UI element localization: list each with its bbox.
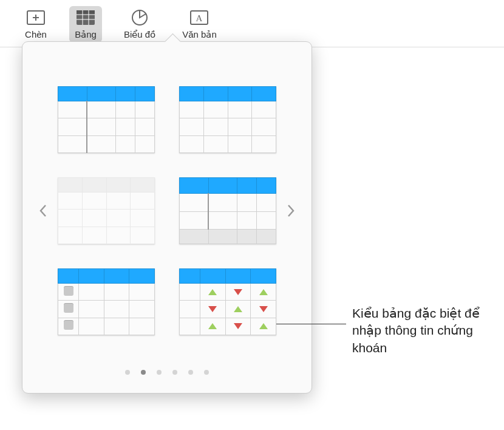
triangle-down-icon (234, 323, 242, 329)
table-style-3[interactable] (58, 177, 155, 244)
chart-icon (128, 9, 151, 27)
toolbar-insert[interactable]: Chèn (19, 6, 52, 42)
toolbar-text-label: Văn bản (182, 29, 217, 40)
callout-text: Kiểu bảng đặc biệt để nhập thông tin chứ… (352, 305, 498, 357)
toolbar-table-label: Bảng (75, 29, 97, 40)
page-dots (35, 355, 299, 375)
page-dot-1[interactable] (125, 370, 130, 375)
table-style-grid (52, 86, 282, 335)
triangle-up-icon (259, 323, 268, 329)
triangle-up-icon (208, 289, 217, 295)
toolbar: Chèn Bảng Biểu đồ A (0, 0, 504, 47)
checkbox-icon (64, 286, 73, 296)
checkbox-icon (64, 303, 73, 313)
toolbar-text[interactable]: A Văn bản (177, 6, 222, 43)
triangle-up-icon (259, 289, 268, 295)
insert-icon (24, 9, 47, 27)
next-page-button[interactable] (282, 204, 299, 217)
popover-body (35, 66, 299, 355)
text-icon: A (188, 9, 211, 27)
table-style-stock[interactable] (179, 268, 276, 335)
triangle-down-icon (208, 306, 217, 312)
table-style-1[interactable] (58, 86, 155, 153)
toolbar-chart-label: Biểu đồ (124, 29, 155, 40)
toolbar-table[interactable]: Bảng (69, 6, 102, 43)
callout-leader-line (276, 324, 346, 324)
page-dot-3[interactable] (157, 370, 162, 375)
table-style-5[interactable] (58, 268, 155, 335)
table-icon (74, 9, 97, 27)
toolbar-insert-label: Chèn (25, 29, 47, 39)
table-style-2[interactable] (179, 86, 276, 153)
checkbox-icon (64, 320, 73, 330)
page-dot-2[interactable] (141, 370, 146, 375)
prev-page-button[interactable] (35, 204, 52, 217)
svg-rect-4 (77, 10, 95, 15)
table-style-popover (22, 41, 312, 394)
toolbar-chart[interactable]: Biểu đồ (119, 6, 160, 43)
triangle-down-icon (234, 289, 242, 295)
svg-text:A: A (196, 13, 203, 23)
triangle-up-icon (234, 306, 242, 312)
table-style-4[interactable] (179, 177, 276, 244)
page-dot-5[interactable] (188, 370, 193, 375)
page-dot-4[interactable] (172, 370, 177, 375)
triangle-up-icon (208, 323, 217, 329)
triangle-down-icon (259, 306, 268, 312)
page-dot-6[interactable] (204, 370, 209, 375)
